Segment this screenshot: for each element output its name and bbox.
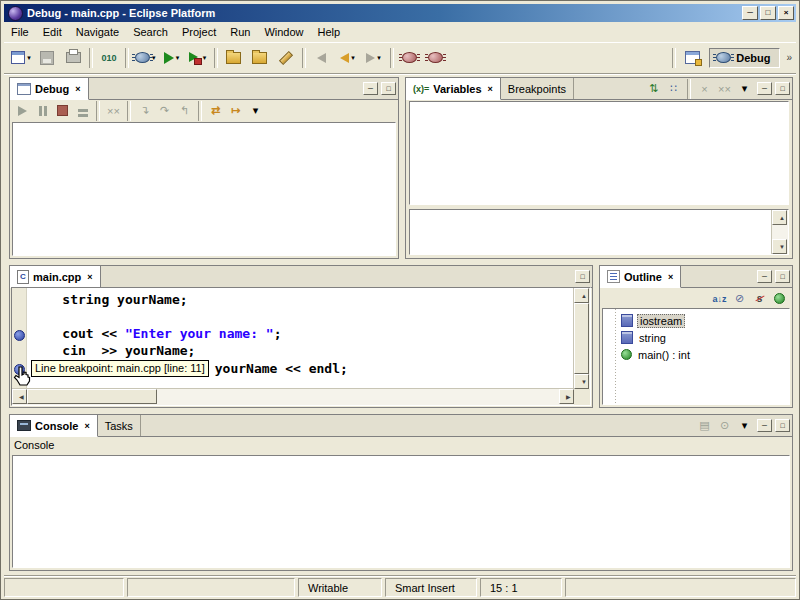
menu-search[interactable]: Search	[126, 23, 175, 41]
maximize-view-button[interactable]: □	[775, 270, 790, 283]
title-bar[interactable]: Debug - main.cpp - Eclipse Platform ─ □ …	[4, 4, 796, 22]
maximize-view-button[interactable]: □	[775, 419, 790, 432]
disconnect-button[interactable]	[73, 102, 92, 120]
code-area[interactable]: string yourName; cout << "Enter your nam…	[27, 288, 574, 389]
suspend-button[interactable]	[33, 102, 52, 120]
terminate-button[interactable]	[53, 102, 72, 120]
variables-detail-pane[interactable]: ▲ ▼	[409, 209, 789, 255]
menu-help[interactable]: Help	[311, 23, 348, 41]
hide-static-button[interactable]: s	[750, 290, 769, 308]
minimize-view-button[interactable]: ─	[757, 270, 772, 283]
tree-item-main[interactable]: main() : int	[609, 346, 789, 363]
breakpoint-marker[interactable]	[14, 330, 25, 341]
close-icon[interactable]: ×	[668, 272, 673, 282]
save-button[interactable]	[34, 47, 60, 69]
scroll-down-button[interactable]: ▼	[574, 374, 589, 389]
tab-tasks[interactable]: Tasks	[98, 415, 141, 436]
pin-console-button[interactable]: ⊙	[715, 417, 734, 435]
toolbar-overflow-chevron[interactable]: »	[786, 52, 792, 63]
editor-horizontal-scrollbar[interactable]: ◀ ▶	[12, 388, 574, 405]
dropdown-arrow-icon[interactable]: ▾	[176, 54, 180, 62]
scroll-up-button[interactable]: ▲	[574, 288, 589, 303]
dropdown-arrow-icon[interactable]: ▾	[27, 54, 31, 62]
close-icon[interactable]: ×	[84, 421, 89, 431]
menu-window[interactable]: Window	[257, 23, 310, 41]
menu-navigate[interactable]: Navigate	[69, 23, 126, 41]
debug-tree-area[interactable]	[12, 122, 396, 256]
close-button[interactable]: ×	[778, 6, 794, 20]
hide-nonpublic-button[interactable]	[770, 290, 789, 308]
scroll-left-button[interactable]: ◀	[12, 389, 27, 404]
tab-debug-view[interactable]: Debug ×	[10, 78, 89, 100]
tab-variables[interactable]: (x)= Variables ×	[406, 78, 501, 100]
maximize-view-button[interactable]: □	[381, 82, 396, 95]
hide-fields-button[interactable]: ⊘	[730, 290, 749, 308]
show-logical-structure-button[interactable]: ∷	[664, 80, 683, 98]
menu-run[interactable]: Run	[223, 23, 257, 41]
remove-all-variables-button[interactable]: ××	[715, 80, 734, 98]
clear-console-button[interactable]: ▤	[695, 417, 714, 435]
run-launch-button[interactable]: ▾	[159, 47, 185, 69]
print-button[interactable]	[60, 47, 86, 69]
scrollbar-thumb[interactable]	[574, 303, 589, 374]
debug-perspective-button[interactable]: Debug	[709, 48, 780, 68]
tab-main-cpp[interactable]: C main.cpp ×	[10, 266, 101, 288]
dropdown-arrow-icon[interactable]: ▾	[377, 54, 381, 62]
step-over-button[interactable]: ↷	[155, 102, 174, 120]
minimize-button[interactable]: ─	[742, 6, 758, 20]
external-tools-button[interactable]: ▾	[185, 47, 211, 69]
variables-tree-area[interactable]	[409, 101, 789, 205]
step-return-button[interactable]: ↰	[175, 102, 194, 120]
debug-launch-button[interactable]: ▾	[132, 47, 159, 69]
tab-console[interactable]: Console ×	[10, 415, 98, 437]
open-perspective-button[interactable]	[679, 47, 705, 69]
minimize-view-button[interactable]: ─	[757, 419, 772, 432]
open-type-button[interactable]	[221, 47, 247, 69]
variables-view-panel: (x)= Variables × Breakpoints ⇅ ∷ × ×× ▾ …	[405, 77, 793, 259]
open-resource-button[interactable]	[247, 47, 273, 69]
minimize-view-button[interactable]: ─	[363, 82, 378, 95]
remove-variable-button[interactable]: ×	[695, 80, 714, 98]
close-icon[interactable]: ×	[488, 84, 493, 94]
show-type-names-button[interactable]: ⇅	[644, 80, 663, 98]
tab-outline[interactable]: Outline ×	[600, 266, 681, 288]
menu-file[interactable]: File	[4, 23, 36, 41]
detail-pane-scrollbar[interactable]: ▲ ▼	[771, 210, 788, 254]
dropdown-arrow-icon[interactable]: ▾	[351, 54, 355, 62]
debug-shortcut-button[interactable]	[397, 47, 423, 69]
tab-breakpoints[interactable]: Breakpoints	[501, 78, 574, 99]
menu-edit[interactable]: Edit	[36, 23, 69, 41]
debug-attach-button[interactable]	[423, 47, 449, 69]
binary-parser-button[interactable]: 010	[96, 47, 122, 69]
console-output-area[interactable]	[12, 455, 790, 568]
close-icon[interactable]: ×	[87, 272, 92, 282]
debug-view-menu-button[interactable]: ▾	[246, 102, 265, 120]
minimize-view-button[interactable]: ─	[757, 82, 772, 95]
tree-item-string[interactable]: string	[609, 329, 789, 346]
forward-button[interactable]: ▾	[361, 47, 387, 69]
maximize-view-button[interactable]: □	[575, 270, 590, 283]
step-filters-button[interactable]: ⇄	[206, 102, 225, 120]
close-icon[interactable]: ×	[75, 84, 80, 94]
scroll-down-button[interactable]: ▼	[772, 239, 787, 254]
dropdown-arrow-icon[interactable]: ▾	[203, 54, 207, 62]
variables-view-menu-button[interactable]: ▾	[735, 80, 754, 98]
back-button[interactable]: ▾	[335, 47, 361, 69]
sort-button[interactable]: a↓z	[710, 290, 729, 308]
new-wizard-button[interactable]: ▾	[8, 47, 34, 69]
scroll-up-button[interactable]: ▲	[772, 210, 787, 225]
step-with-filters-button[interactable]: ↦	[226, 102, 245, 120]
maximize-view-button[interactable]: □	[775, 82, 790, 95]
scrollbar-thumb[interactable]	[27, 389, 157, 404]
editor-vertical-scrollbar[interactable]: ▲ ▼	[573, 288, 590, 389]
edit-tool-button[interactable]	[273, 47, 299, 69]
last-edit-location-button[interactable]	[309, 47, 335, 69]
maximize-button[interactable]: □	[760, 6, 776, 20]
console-menu-button[interactable]: ▾	[735, 417, 754, 435]
resume-button[interactable]	[13, 102, 32, 120]
remove-terminated-button[interactable]: ××	[104, 102, 123, 120]
step-into-button[interactable]: ↴	[135, 102, 154, 120]
menu-project[interactable]: Project	[175, 23, 223, 41]
scroll-right-button[interactable]: ▶	[559, 389, 574, 404]
tree-item-iostream[interactable]: iostream	[609, 312, 789, 329]
